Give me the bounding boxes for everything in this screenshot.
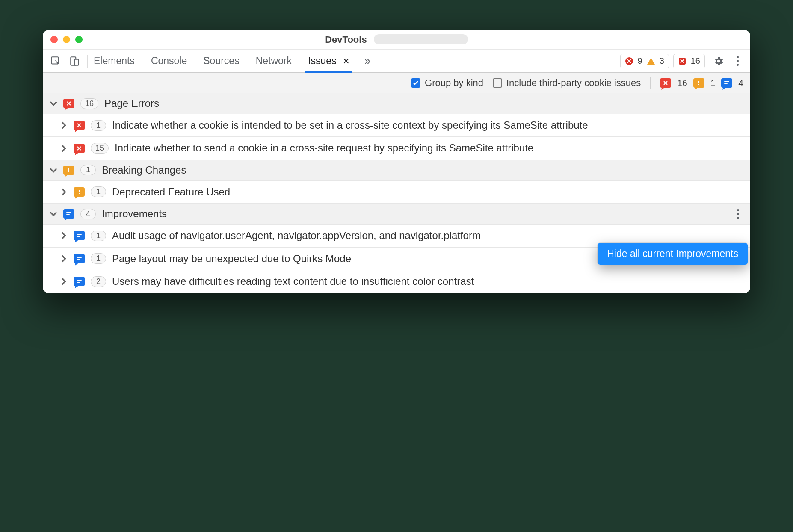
group-count: 16 (80, 98, 98, 109)
titlebar: DevTools (43, 30, 750, 50)
checkbox-unchecked-icon (493, 78, 502, 88)
info-bubble-icon (74, 277, 85, 286)
group-menu-button[interactable] (732, 209, 743, 219)
issue-text: Audit usage of navigator.userAgent, navi… (112, 229, 743, 242)
blocked-chip[interactable]: 16 (673, 54, 705, 68)
issue-count: 1 (91, 253, 106, 264)
devtools-window: DevTools Elements Console Sources Networ… (43, 30, 750, 293)
blocked-count: 16 (691, 56, 700, 66)
warning-bubble-icon (693, 78, 704, 88)
svg-rect-10 (68, 171, 69, 172)
issue-row[interactable]: 15 Indicate whether to send a cookie in … (43, 137, 750, 160)
close-icon[interactable]: ✕ (343, 56, 350, 66)
disclosure-open-icon (50, 100, 57, 107)
info-bubble-icon (74, 231, 85, 240)
issues-options-bar: Group by kind Include third-party cookie… (43, 73, 750, 93)
errors-warnings-chip[interactable]: 9 3 (620, 54, 669, 68)
gear-icon (713, 56, 724, 67)
issue-count: 15 (91, 143, 109, 154)
checkbox-checked-icon (411, 78, 420, 88)
issue-text: Indicate whether to send a cookie in a c… (115, 141, 743, 155)
issues-panel: 16 Page Errors 1 Indicate whether a cook… (43, 93, 750, 293)
group-count: 4 (80, 209, 96, 219)
disclosure-open-icon (50, 166, 57, 174)
svg-rect-11 (79, 190, 80, 192)
issue-row[interactable]: 1 Deprecated Feature Used (43, 181, 750, 204)
error-icon (625, 57, 633, 65)
svg-rect-9 (68, 168, 69, 171)
device-toolbar-icon[interactable] (66, 53, 83, 70)
warning-icon (647, 57, 655, 65)
issue-row[interactable]: 1 Indicate whether a cookie is intended … (43, 114, 750, 137)
info-bubble-icon (721, 78, 732, 88)
group-count: 1 (80, 165, 96, 175)
more-options-button[interactable] (729, 53, 746, 70)
kebab-icon (732, 56, 743, 66)
group-by-kind-label: Group by kind (425, 77, 483, 89)
issue-count: 1 (91, 120, 106, 131)
svg-rect-2 (74, 59, 79, 65)
issue-text: Indicate whether a cookie is intended to… (112, 118, 743, 132)
window-title-text: DevTools (325, 34, 367, 45)
disclosure-open-icon (50, 210, 57, 218)
disclosure-closed-icon (60, 232, 68, 239)
svg-rect-5 (651, 63, 651, 64)
blocked-icon (678, 57, 686, 65)
main-toolbar: Elements Console Sources Network Issues … (43, 50, 750, 73)
group-header-improvements[interactable]: 4 Improvements (43, 204, 750, 225)
tab-network[interactable]: Network (254, 50, 293, 72)
info-bubble-icon (74, 254, 85, 263)
group-header-breaking-changes[interactable]: 1 Breaking Changes (43, 160, 750, 181)
window-title-url (374, 34, 468, 44)
warning-bubble-icon (74, 187, 85, 197)
warning-bubble-icon (63, 166, 74, 175)
kebab-icon (732, 209, 743, 219)
group-by-kind-checkbox[interactable]: Group by kind (411, 77, 483, 89)
disclosure-closed-icon (60, 278, 68, 285)
settings-button[interactable] (710, 53, 727, 70)
group-title: Improvements (102, 208, 167, 220)
disclosure-closed-icon (60, 121, 68, 129)
issue-text: Users may have difficulties reading text… (112, 275, 743, 288)
issue-counts: 16 1 4 (660, 78, 743, 88)
third-party-label: Include third-party cookie issues (506, 77, 641, 89)
disclosure-closed-icon (60, 255, 68, 263)
window-title: DevTools (43, 34, 750, 45)
issue-count: 2 (91, 276, 106, 287)
tab-issues[interactable]: Issues ✕ (306, 50, 352, 72)
error-count: 9 (638, 56, 642, 66)
tab-elements[interactable]: Elements (92, 50, 136, 72)
error-bubble-icon (74, 121, 85, 130)
status-chips: 9 3 16 (620, 54, 705, 68)
issue-text: Deprecated Feature Used (112, 185, 743, 199)
disclosure-closed-icon (60, 145, 68, 152)
error-issues-count: 16 (677, 78, 687, 88)
group-title: Page Errors (104, 98, 159, 109)
third-party-checkbox[interactable]: Include third-party cookie issues (493, 77, 641, 89)
svg-rect-4 (651, 60, 651, 62)
warning-count: 3 (660, 56, 664, 66)
group-header-page-errors[interactable]: 16 Page Errors (43, 93, 750, 114)
issue-row[interactable]: 2 Users may have difficulties reading te… (43, 270, 750, 293)
info-bubble-icon (63, 209, 74, 219)
hide-improvements-item[interactable]: Hide all current Improvements (598, 243, 748, 265)
svg-rect-12 (79, 193, 80, 194)
error-bubble-icon (74, 144, 85, 153)
tab-sources[interactable]: Sources (201, 50, 241, 72)
issue-count: 1 (91, 231, 106, 241)
panel-tabs: Elements Console Sources Network Issues … (92, 50, 618, 72)
error-bubble-icon (660, 78, 671, 88)
svg-rect-7 (698, 81, 699, 83)
inspect-element-icon[interactable] (47, 53, 64, 70)
group-title: Breaking Changes (102, 164, 186, 176)
more-tabs-button[interactable]: » (364, 54, 370, 68)
options-divider (650, 77, 651, 89)
toolbar-divider (87, 55, 88, 68)
info-issues-count: 4 (738, 78, 743, 88)
tab-console[interactable]: Console (149, 50, 189, 72)
context-menu: Hide all current Improvements (598, 243, 748, 265)
error-bubble-icon (63, 99, 74, 108)
warning-issues-count: 1 (710, 78, 716, 88)
issue-count: 1 (91, 186, 106, 197)
disclosure-closed-icon (60, 188, 68, 196)
